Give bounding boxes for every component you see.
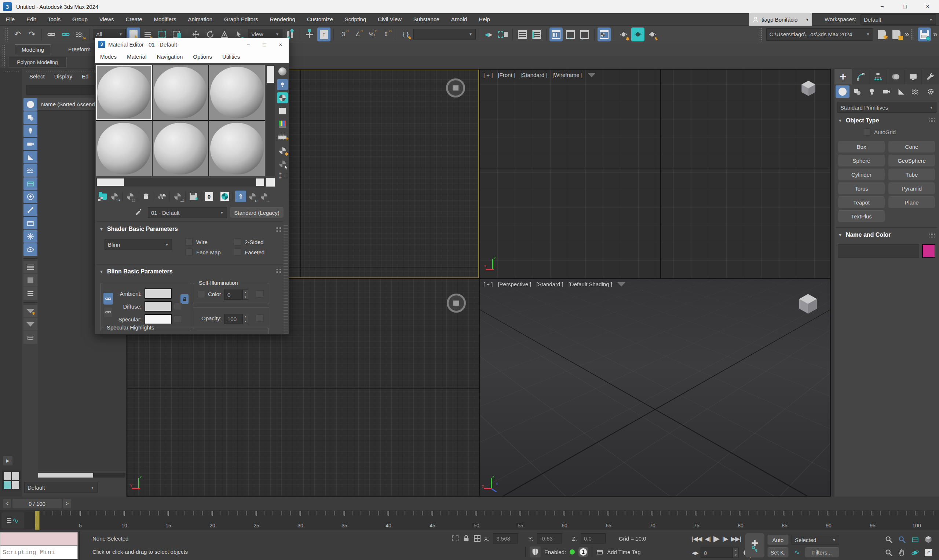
- menu-item[interactable]: File: [0, 13, 20, 26]
- more-tools-chevron-icon[interactable]: »: [933, 30, 937, 39]
- filter-shapes-icon[interactable]: [23, 111, 37, 124]
- set-key-button[interactable]: Set K.: [767, 547, 789, 557]
- category-lights-icon[interactable]: [865, 85, 879, 98]
- reset-map-icon[interactable]: [140, 191, 151, 202]
- material-slot[interactable]: [153, 65, 208, 120]
- maximize-viewport-icon[interactable]: ↗: [923, 547, 934, 558]
- assign-material-to-selection-icon[interactable]: [125, 191, 136, 202]
- scene-explorer-hscrollbar[interactable]: [38, 473, 125, 477]
- viewcube-top-icon[interactable]: [446, 78, 465, 97]
- ribbon-tab-modeling[interactable]: Modeling: [15, 45, 51, 55]
- material-type-button[interactable]: Standard (Legacy): [230, 207, 284, 218]
- object-name-input[interactable]: [838, 244, 919, 258]
- viewcube-perspective-icon[interactable]: [796, 292, 820, 315]
- menu-item[interactable]: Help: [473, 13, 496, 26]
- time-slider-marker[interactable]: [35, 511, 40, 530]
- lock-ambient-diffuse-icon[interactable]: [103, 293, 113, 305]
- object-type-button[interactable]: Pyramid: [888, 183, 935, 195]
- category-systems-icon[interactable]: [924, 85, 937, 98]
- dock-handle[interactable]: [3, 71, 19, 73]
- material-map-navigator-icon[interactable]: ✳ —✳ —: [278, 172, 286, 180]
- spin-up-icon[interactable]: ▴: [733, 548, 739, 553]
- put-material-to-scene-icon[interactable]: ↷: [109, 191, 120, 202]
- material-editor-menu-item[interactable]: Material: [122, 54, 151, 60]
- viewport-label-segment[interactable]: [Perspective ]: [498, 281, 531, 287]
- material-editor-titlebar[interactable]: 3 Material Editor - 01 - Default − □ ×: [95, 38, 289, 51]
- listener-output-field[interactable]: [0, 532, 78, 546]
- viewcube-front-icon[interactable]: [799, 79, 817, 97]
- lock-diffuse-specular-icon[interactable]: [104, 308, 112, 317]
- self-illumination-spinner[interactable]: 0 ▴▾: [224, 289, 248, 300]
- category-shapes-icon[interactable]: [850, 85, 864, 98]
- slots-vscrollbar[interactable]: [266, 65, 275, 176]
- y-coordinate-field[interactable]: -0,63: [537, 533, 562, 543]
- object-type-button[interactable]: Cylinder: [838, 169, 885, 181]
- scene-explorer-menu-item[interactable]: Display: [54, 73, 72, 80]
- command-panel-divider[interactable]: [831, 69, 834, 497]
- checkbox[interactable]: [185, 248, 193, 256]
- self-illumination-color-checkbox[interactable]: [198, 291, 205, 298]
- scene-explorer-menu-item[interactable]: Ed: [82, 73, 88, 80]
- more-tools-chevron-icon[interactable]: »: [905, 30, 908, 39]
- zoom-icon[interactable]: [883, 534, 894, 545]
- save-file-icon[interactable]: [918, 28, 931, 42]
- menu-item[interactable]: Modifiers: [148, 13, 182, 26]
- frame-counter-display[interactable]: 0 / 100: [12, 499, 62, 508]
- material-slot[interactable]: [96, 121, 152, 176]
- key-filters-button[interactable]: Filters...: [805, 547, 839, 557]
- object-type-button[interactable]: Plane: [888, 197, 935, 209]
- workspace-dropdown[interactable]: Default ▼: [860, 14, 936, 25]
- go-forward-to-sibling-icon[interactable]: →: [259, 191, 270, 202]
- object-type-button[interactable]: Torus: [838, 183, 885, 195]
- redo-icon[interactable]: ↷: [25, 28, 39, 42]
- filter-frozen-icon[interactable]: [23, 230, 37, 243]
- category-spacewarps-icon[interactable]: [909, 85, 923, 98]
- filter-helpers-icon[interactable]: [23, 151, 37, 163]
- maximize-button[interactable]: □: [894, 0, 916, 13]
- make-material-copy-icon[interactable]: [156, 191, 167, 202]
- go-to-start-icon[interactable]: |◀◀: [692, 535, 702, 543]
- toggle-scene-explorer-icon[interactable]: [516, 28, 529, 42]
- pick-material-eyedropper-icon[interactable]: [135, 208, 143, 216]
- video-color-check-icon[interactable]: [277, 119, 288, 130]
- minimize-button[interactable]: −: [240, 38, 256, 51]
- make-preview-icon[interactable]: +: [277, 132, 288, 143]
- close-icon[interactable]: ×: [273, 38, 289, 51]
- named-selection-sets-dropdown[interactable]: ▼: [413, 29, 476, 40]
- object-type-button[interactable]: TextPlus: [838, 210, 885, 223]
- filter-spacewarps-icon[interactable]: [23, 164, 37, 177]
- align-icon[interactable]: [496, 28, 509, 42]
- viewport-front[interactable]: [ + ][Front ][Standard ][Wireframe ] z x: [480, 70, 830, 278]
- scene-explorer-menu-item[interactable]: Select: [29, 73, 45, 80]
- show-end-result-icon[interactable]: ⇑: [235, 191, 246, 202]
- schematic-view-icon[interactable]: ↓: [578, 28, 591, 42]
- tab-create[interactable]: +: [834, 69, 852, 84]
- minimize-button[interactable]: −: [871, 0, 894, 13]
- material-editor-scrollbar[interactable]: [284, 224, 288, 334]
- menu-item[interactable]: Create: [120, 13, 148, 26]
- user-account-chip[interactable]: tiago Bonifácio ▼: [749, 13, 812, 26]
- tab-utilities[interactable]: [922, 69, 939, 84]
- undo-icon[interactable]: ↶: [11, 28, 24, 42]
- viewport-label-segment[interactable]: [ + ]: [483, 72, 493, 78]
- make-unique-icon[interactable]: ⇉: [172, 191, 183, 202]
- ribbon-tab-freeform[interactable]: Freeform: [62, 45, 97, 55]
- toolbar-drag-handle[interactable]: [759, 28, 762, 42]
- display-blank-icon[interactable]: [23, 274, 37, 286]
- funnel-icon[interactable]: [617, 282, 625, 286]
- select-by-material-icon[interactable]: [277, 158, 288, 169]
- display-expand-icon[interactable]: [23, 261, 37, 274]
- self-illumination-map-button[interactable]: [256, 290, 264, 298]
- material-slot[interactable]: [153, 121, 208, 176]
- viewport-label-segment[interactable]: [Front ]: [498, 72, 515, 78]
- maxscript-mini-listener[interactable]: Scripting Mini: [0, 532, 78, 559]
- zoom-all-icon[interactable]: [896, 534, 907, 545]
- x-coordinate-field[interactable]: 3,568: [493, 533, 518, 543]
- primitive-category-dropdown[interactable]: Standard Primitives ▼: [837, 102, 936, 113]
- lock-icon[interactable]: [180, 294, 188, 304]
- key-tangent-icon[interactable]: ∿: [791, 547, 803, 557]
- material-editor-icon[interactable]: [598, 28, 611, 42]
- notification-count-badge[interactable]: 1: [578, 547, 588, 557]
- object-type-button[interactable]: Box: [838, 141, 885, 153]
- zoom-region-icon[interactable]: [883, 547, 894, 558]
